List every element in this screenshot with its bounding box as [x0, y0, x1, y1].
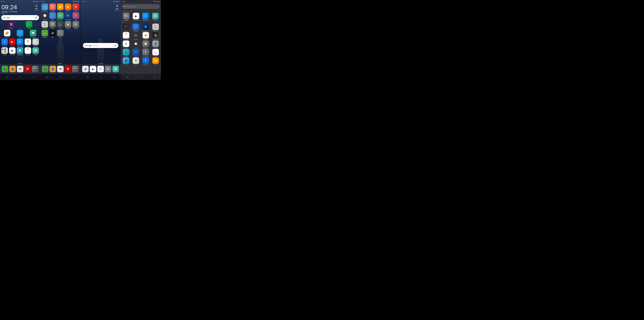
dock-contacts-2[interactable]: 👤: [50, 66, 56, 72]
nav-back-3[interactable]: ◁: [86, 76, 88, 78]
alpha-P[interactable]: P: [160, 48, 161, 50]
app-catsounds[interactable]: 🐈 Cat Sounds: [151, 32, 160, 40]
suggest-messenger[interactable]: ⚡ Messenger: [141, 13, 150, 21]
app-google[interactable]: 🔷🔴🟡🟢 Google: [1, 47, 8, 55]
app-calc-drawer[interactable]: ±×= Calculator: [151, 23, 160, 32]
nav-recent-1[interactable]: □: [33, 76, 34, 78]
suggest-settings[interactable]: ⚙ Settings: [121, 13, 131, 21]
suggest-gallery[interactable]: 🖼 Gallery: [150, 13, 160, 21]
alpha-hash[interactable]: #: [160, 12, 161, 13]
dock-email-2[interactable]: ✉: [57, 66, 64, 72]
app-compass[interactable]: 🧭 Compass: [141, 40, 150, 49]
alpha-Y[interactable]: Y: [160, 69, 161, 70]
app-polytopia[interactable]: 🏰 Polytopia: [41, 30, 48, 38]
dock-camera-2[interactable]: 📷: [72, 66, 79, 72]
app-tips[interactable]: ℹ Tips: [72, 12, 80, 20]
google-search-bar-3[interactable]: Google Search... 🎤: [83, 43, 118, 48]
alpha-I[interactable]: I: [160, 32, 161, 34]
app-tfl[interactable]: TfL TfL Oyster: [64, 12, 72, 20]
alpha-R[interactable]: R: [160, 53, 161, 54]
google-mic-3[interactable]: 🎤: [114, 44, 116, 47]
nav-home-4[interactable]: ○: [140, 76, 142, 78]
app-files[interactable]: 📁 Files: [57, 3, 64, 12]
nav-home-2[interactable]: ○: [60, 76, 61, 78]
nav-recent-4[interactable]: □: [154, 76, 155, 78]
app-all4[interactable]: ALL4 All 4: [121, 23, 131, 32]
alpha-J[interactable]: J: [160, 35, 161, 36]
nav-home-3[interactable]: ○: [100, 76, 101, 78]
dock-gallery-3[interactable]: 🖼: [112, 66, 119, 72]
alpha-K[interactable]: K: [160, 37, 161, 38]
app-messaging[interactable]: 💬 Messaging: [16, 47, 24, 55]
app-catbird[interactable]: 🐱 Cat Bird: [141, 32, 150, 40]
dock-contacts-1[interactable]: 👤: [9, 66, 16, 72]
alpha-L[interactable]: L: [160, 39, 161, 40]
dock-messages-3[interactable]: 💬: [97, 66, 104, 72]
nav-recent-3[interactable]: □: [114, 76, 115, 78]
app-phonemanager[interactable]: 🛡 Phone Man...: [41, 3, 48, 12]
app-dialler[interactable]: 📞 Dialler: [121, 49, 131, 57]
alpha-H[interactable]: H: [160, 30, 161, 31]
google-search-bar-1[interactable]: Google 🎤: [1, 15, 39, 20]
drawer-search-box[interactable]: 🔍 Search apps...: [122, 4, 160, 9]
app-spotify[interactable]: ♪ Spotify: [20, 21, 38, 29]
alpha-B[interactable]: B: [160, 16, 161, 18]
app-contacts-drawer[interactable]: 👤 Contacts: [151, 40, 160, 49]
alpha-Q[interactable]: Q: [160, 51, 161, 52]
dock-camera-1[interactable]: 📷: [32, 66, 38, 72]
app-facebook[interactable]: f Facebook: [1, 38, 8, 47]
alpha-Z[interactable]: Z: [160, 71, 161, 72]
app-cats[interactable]: 🐱 Cats: [49, 21, 56, 29]
app-facebook-drawer[interactable]: f Facebook: [141, 57, 150, 65]
app-photos[interactable]: 🌈 Photos: [1, 30, 13, 38]
app-slack[interactable]: S Slack: [2, 21, 20, 29]
alpha-N[interactable]: N: [160, 44, 161, 45]
alpha-A[interactable]: A: [160, 14, 161, 15]
app-downloads[interactable]: ⬇ Downloads: [141, 49, 150, 57]
app-duo[interactable]: 🎥 Duo: [121, 57, 131, 65]
app-videos[interactable]: ▶ Videos: [64, 3, 72, 12]
alpha-C[interactable]: C: [160, 19, 161, 20]
nav-back-4[interactable]: ◁: [127, 76, 128, 78]
app-backup[interactable]: ↩ Backup: [131, 23, 140, 32]
app-themes[interactable]: 🎨 Themes: [49, 3, 56, 12]
alpha-X[interactable]: X: [160, 67, 161, 68]
dock-playstore-3[interactable]: ▶: [90, 66, 96, 72]
alpha-U[interactable]: U: [160, 60, 161, 61]
app-tools[interactable]: 🔧 Tools: [57, 30, 64, 38]
nav-back-1[interactable]: ◁: [6, 76, 8, 78]
app-booking[interactable]: B Booking.com...: [141, 23, 150, 32]
alpha-V[interactable]: V: [160, 62, 161, 63]
alpha-W[interactable]: W: [160, 64, 161, 66]
dock-email-1[interactable]: ✉: [17, 66, 24, 72]
app-music[interactable]: ♪ Music: [49, 12, 56, 20]
alpha-S[interactable]: S: [160, 55, 161, 56]
app-whatsapp[interactable]: 💬 WhatsApp: [27, 30, 39, 38]
alpha-G[interactable]: G: [160, 28, 161, 29]
app-settings-s2[interactable]: ⚙ Settings: [72, 21, 80, 29]
app-notepad[interactable]: 📝 Notepad: [32, 38, 39, 47]
app-maps[interactable]: 📍 Maps: [24, 38, 32, 47]
app-clock[interactable]: 🕐 Clock: [41, 12, 48, 20]
app-uber[interactable]: U Uber: [49, 30, 56, 38]
app-camera-drawer[interactable]: 📷 Camera: [131, 32, 140, 40]
dock-opera-2[interactable]: O: [65, 66, 71, 72]
google-mic-icon[interactable]: 🎤: [35, 16, 37, 19]
dock-google-3[interactable]: 🔷: [82, 66, 89, 72]
alpha-E[interactable]: E: [160, 23, 161, 24]
app-chrome-drawer[interactable]: ◎ Chrome: [121, 40, 131, 49]
app-gallery[interactable]: 🖼 Gallery: [32, 47, 39, 55]
app-files-drawer[interactable]: 📁 Files: [151, 57, 160, 65]
app-email-drawer[interactable]: ✉ Email: [131, 57, 140, 65]
nav-home-1[interactable]: ○: [20, 76, 21, 78]
nav-back-2[interactable]: ◁: [46, 76, 48, 78]
app-messenger[interactable]: ⚡ Messenger: [16, 38, 24, 47]
alpha-F[interactable]: F: [160, 26, 161, 27]
app-youtube[interactable]: ▶ YouTube: [8, 38, 16, 47]
app-drive[interactable]: △ Drive: [151, 49, 160, 57]
dock-opera-1[interactable]: O: [24, 66, 31, 72]
app-twitter[interactable]: 🐦 Twitter: [14, 30, 26, 38]
alpha-O[interactable]: O: [160, 46, 161, 47]
app-calendar[interactable]: 7 Calendar: [24, 47, 32, 55]
dock-phone-2[interactable]: 📞: [42, 66, 48, 72]
